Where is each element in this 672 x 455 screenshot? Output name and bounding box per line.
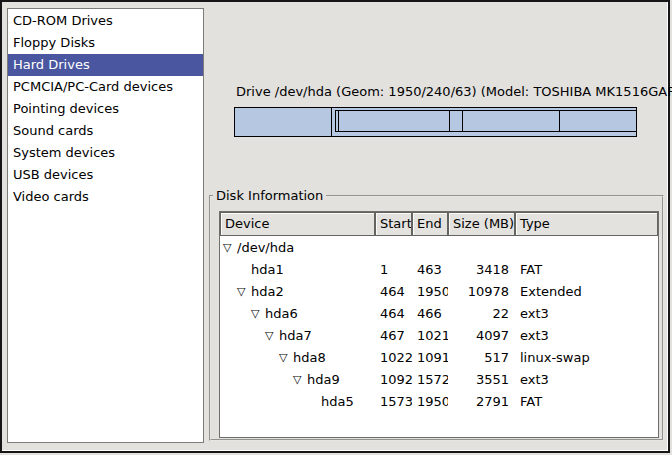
device-label: hda1 xyxy=(251,259,284,281)
device-label: hda2 xyxy=(251,281,284,303)
column-header-end[interactable]: End xyxy=(412,212,448,236)
logical-partitions-box xyxy=(335,110,636,132)
table-row-hda7[interactable]: ▽hda7 467 1021 4097 ext3 xyxy=(220,325,658,347)
column-header-type[interactable]: Type xyxy=(515,212,658,236)
expander-icon[interactable]: ▽ xyxy=(223,237,237,259)
sidebar-item-floppy-disks[interactable]: Floppy Disks xyxy=(8,32,203,54)
table-row-dev-hda[interactable]: ▽/dev/hda xyxy=(220,237,658,259)
sidebar-item-usb-devices[interactable]: USB devices xyxy=(8,164,203,186)
disk-information-frame-title: Disk Information xyxy=(213,188,326,204)
partition-segment-hda8 xyxy=(450,111,463,131)
device-label: hda8 xyxy=(293,347,326,369)
hardware-browser-window: CD-ROM Drives Floppy Disks Hard Drives P… xyxy=(0,0,672,455)
partition-bar xyxy=(234,107,637,137)
column-header-size[interactable]: Size (MB) xyxy=(448,212,515,236)
sidebar-item-sound-cards[interactable]: Sound cards xyxy=(8,120,203,142)
expander-icon[interactable]: ▽ xyxy=(293,369,307,391)
device-label: hda5 xyxy=(321,391,354,413)
expander-icon[interactable]: ▽ xyxy=(265,325,279,347)
column-header-start[interactable]: Start xyxy=(375,212,412,236)
table-header-row: Device Start End Size (MB) Type xyxy=(220,212,658,236)
table-row-hda5[interactable]: ▽hda5 1573 1950 2791 FAT xyxy=(220,391,658,413)
sidebar-item-hard-drives[interactable]: Hard Drives xyxy=(8,54,203,76)
sidebar-item-cdrom-drives[interactable]: CD-ROM Drives xyxy=(8,10,203,32)
partition-segment-hda5 xyxy=(560,111,636,131)
device-label: hda6 xyxy=(265,303,298,325)
table-row-hda1[interactable]: ▽hda1 1 463 3418 FAT xyxy=(220,259,658,281)
partition-segment-hda2-extended xyxy=(332,108,636,136)
partition-segment-hda1 xyxy=(235,108,332,136)
column-header-device[interactable]: Device xyxy=(220,212,375,236)
partition-segment-hda9 xyxy=(463,111,560,131)
table-row-hda8[interactable]: ▽hda8 1022 1091 517 linux-swap xyxy=(220,347,658,369)
device-label: hda9 xyxy=(307,369,340,391)
disk-information-table: Device Start End Size (MB) Type ▽/dev/hd… xyxy=(219,211,659,438)
table-row-hda6[interactable]: ▽hda6 464 466 22 ext3 xyxy=(220,303,658,325)
sidebar-item-pcmcia-devices[interactable]: PCMCIA/PC-Card devices xyxy=(8,76,203,98)
drive-geometry-title: Drive /dev/hda (Geom: 1950/240/63) (Mode… xyxy=(236,84,672,100)
device-label: /dev/hda xyxy=(237,237,294,259)
expander-icon[interactable]: ▽ xyxy=(279,347,293,369)
device-category-list: CD-ROM Drives Floppy Disks Hard Drives P… xyxy=(7,8,204,443)
expander-icon[interactable]: ▽ xyxy=(237,281,251,303)
sidebar-item-system-devices[interactable]: System devices xyxy=(8,142,203,164)
device-label: hda7 xyxy=(279,325,312,347)
expander-icon[interactable]: ▽ xyxy=(251,303,265,325)
sidebar-item-video-cards[interactable]: Video cards xyxy=(8,186,203,208)
table-body: ▽/dev/hda ▽hda1 1 463 3418 FAT ▽hda2 464… xyxy=(220,236,658,413)
table-row-hda2[interactable]: ▽hda2 464 1950 10978 Extended xyxy=(220,281,658,303)
sidebar-item-pointing-devices[interactable]: Pointing devices xyxy=(8,98,203,120)
table-row-hda9[interactable]: ▽hda9 1092 1572 3551 ext3 xyxy=(220,369,658,391)
partition-segment-hda7 xyxy=(339,111,450,131)
